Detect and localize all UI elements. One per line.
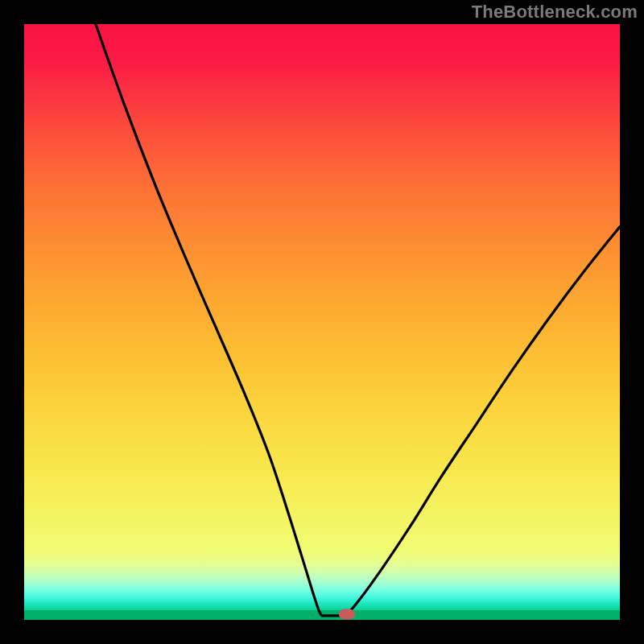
- chart-frame: TheBottleneck.com: [0, 0, 644, 644]
- plot-area: [24, 24, 620, 620]
- watermark-text: TheBottleneck.com: [472, 2, 638, 23]
- optimum-marker: [339, 609, 355, 619]
- bottleneck-curve: [24, 24, 620, 620]
